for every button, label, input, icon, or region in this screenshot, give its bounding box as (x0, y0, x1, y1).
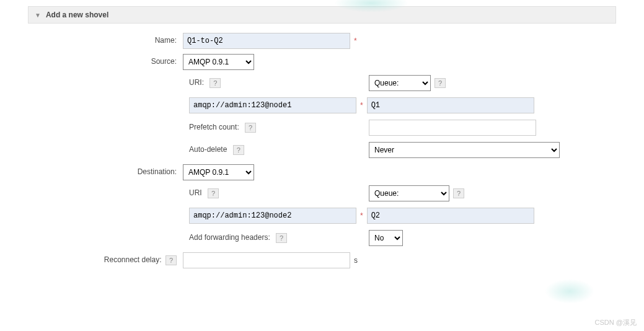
fwd-headers-select[interactable]: No (369, 230, 403, 246)
required-mark: * (360, 101, 363, 110)
reconnect-delay-input[interactable] (183, 252, 350, 268)
name-label: Name: (28, 33, 183, 45)
dest-uri-input[interactable] (189, 208, 356, 224)
dest-target-value-input[interactable] (367, 208, 534, 224)
section-header-add-shovel[interactable]: ▼ Add a new shovel (28, 6, 616, 24)
help-icon[interactable]: ? (276, 233, 287, 243)
help-icon[interactable]: ? (245, 123, 256, 133)
autodelete-select[interactable]: Never (369, 142, 560, 158)
form-add-shovel: Name: * Source: AMQP 0.9.1 URI: ? Queue:… (28, 33, 644, 268)
dest-target-type-select[interactable]: Queue: (369, 185, 449, 201)
help-icon[interactable]: ? (434, 78, 446, 88)
name-input[interactable] (183, 33, 350, 49)
autodelete-label: Auto-delete (189, 145, 227, 154)
reconnect-delay-label: Reconnect delay: (104, 255, 162, 264)
help-icon[interactable]: ? (453, 188, 464, 198)
source-uri-label: URI: (189, 78, 204, 87)
help-icon[interactable]: ? (233, 145, 244, 155)
section-title: Add a new shovel (46, 11, 108, 19)
prefetch-label: Prefetch count: (189, 123, 239, 131)
source-target-type-select[interactable]: Queue: (369, 75, 431, 91)
fwd-headers-label: Add forwarding headers: (189, 233, 270, 242)
decorative-blob (545, 279, 594, 304)
source-uri-input[interactable] (189, 97, 356, 113)
destination-label: Destination: (28, 164, 183, 176)
help-icon[interactable]: ? (208, 188, 219, 198)
help-icon[interactable]: ? (165, 255, 177, 265)
help-icon[interactable]: ? (210, 78, 221, 88)
dest-uri-label: URI (189, 188, 202, 197)
required-mark: * (360, 211, 363, 220)
prefetch-count-input[interactable] (369, 120, 536, 136)
required-mark: * (354, 37, 357, 45)
watermark: CSDN @溪见 (595, 318, 637, 327)
source-protocol-select[interactable]: AMQP 0.9.1 (183, 54, 254, 70)
source-target-value-input[interactable] (367, 97, 534, 113)
reconnect-delay-unit: s (354, 256, 358, 265)
chevron-down-icon: ▼ (35, 12, 41, 19)
source-label: Source: (28, 54, 183, 66)
destination-protocol-select[interactable]: AMQP 0.9.1 (183, 164, 254, 180)
